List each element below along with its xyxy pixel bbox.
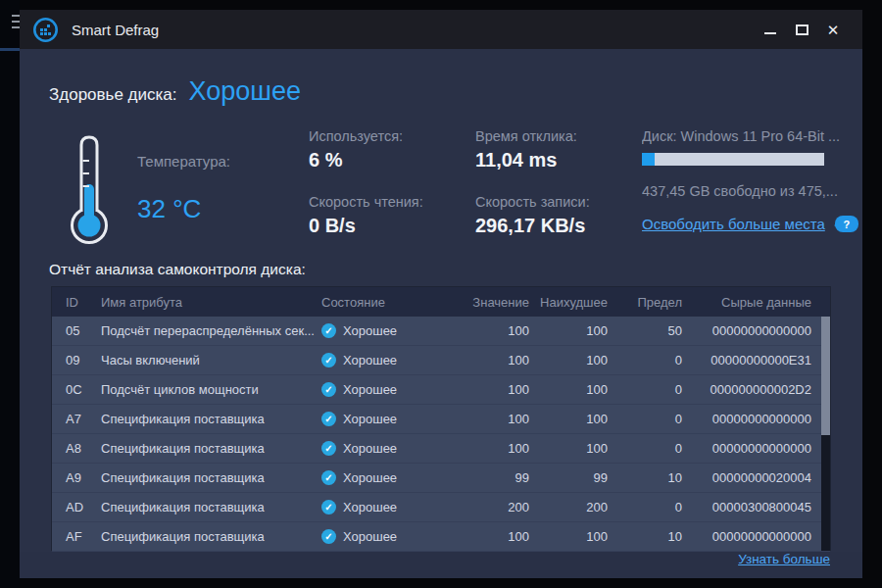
disk-health: Здоровье диска: Хорошее [49,76,301,107]
col-header-value[interactable]: Значение [461,295,529,310]
app-logo-icon [32,17,59,43]
cell-value: 99 [461,470,529,485]
status-text: Хорошее [343,412,397,426]
learn-more-link[interactable]: Узнать больше [738,552,830,566]
main-content: Здоровье диска: Хорошее Температура: 32 … [20,49,862,552]
cell-attribute: Спецификация поставщика [101,529,321,544]
cell-status: ✓ Хорошее [321,441,461,456]
used-value: 6 % [309,149,342,172]
used-label: Используется: [309,128,403,144]
cell-id: 09 [52,353,101,368]
screen: Smart Defrag ✕ Здоровье диска: Хорошее [0,0,882,588]
status-good-icon: ✓ [321,500,336,514]
cell-value: 100 [461,412,529,426]
cell-raw-data: 00000300800045 [682,500,823,514]
table-row[interactable]: A9 Спецификация поставщика ✓ Хорошее 99 … [52,464,830,493]
footer: Узнать больше [20,552,862,578]
cell-id: 05 [52,323,101,338]
cell-status: ✓ Хорошее [321,500,461,514]
disk-free-space-label: 437,45 GB свободно из 475,... [642,183,853,199]
close-icon: ✕ [827,23,840,37]
app-title: Smart Defrag [72,22,159,38]
status-text: Хорошее [343,353,397,368]
status-good-icon: ✓ [321,412,336,426]
cell-worst: 200 [529,500,608,514]
maximize-icon [796,24,808,35]
status-text: Хорошее [343,382,397,397]
table-row[interactable]: 09 Часы включений ✓ Хорошее 100 100 0 00… [52,346,830,375]
cell-status: ✓ Хорошее [321,470,461,485]
disk-usage-fill [642,153,655,166]
cell-id: A7 [52,412,101,426]
cell-raw-data: 00000000000000 [682,323,823,338]
free-space-row: Освободить больше места ? [642,216,858,232]
minimize-button[interactable] [755,15,786,44]
cell-threshold: 10 [608,529,682,544]
cell-worst: 100 [529,382,608,397]
read-speed-value: 0 B/s [309,215,356,237]
table-row[interactable]: 0C Подсчёт циклов мощности ✓ Хорошее 100… [52,375,830,405]
cell-id: A9 [52,470,101,485]
status-text: Хорошее [343,441,397,456]
cell-value: 100 [461,353,529,368]
hamburger-menu-icon[interactable] [12,15,20,30]
cell-threshold: 0 [608,441,682,456]
close-button[interactable]: ✕ [817,15,849,44]
cell-attribute: Часы включений [101,353,321,368]
disk-usage-bar [642,153,824,166]
cell-status: ✓ Хорошее [321,412,461,426]
background-accent-line [0,48,20,51]
scrollbar-thumb[interactable] [821,317,830,435]
cell-threshold: 10 [608,470,682,485]
table-header: ID Имя атрибута Состояние Значение Наиху… [52,287,830,317]
smart-report-title: Отчёт анализа самоконтроля диска: [49,261,306,278]
cell-status: ✓ Хорошее [321,323,461,338]
col-header-id[interactable]: ID [52,295,101,310]
cell-attribute: Подсчёт перераспределённых сек... [101,323,321,338]
write-speed-value: 296,17 KB/s [475,215,585,237]
table-row[interactable]: A7 Спецификация поставщика ✓ Хорошее 100… [52,405,830,434]
maximize-button[interactable] [786,15,817,44]
help-icon[interactable]: ? [835,216,858,232]
smart-report-table: ID Имя атрибута Состояние Значение Наиху… [51,286,831,551]
status-text: Хорошее [343,470,397,485]
col-header-threshold[interactable]: Предел [608,295,682,310]
cell-worst: 100 [529,441,608,456]
cell-id: AD [52,500,101,514]
table-row[interactable]: AF Спецификация поставщика ✓ Хорошее 100… [52,522,830,552]
read-speed-label: Скорость чтения: [309,194,423,210]
col-header-raw[interactable]: Сырые данные [682,295,823,310]
status-text: Хорошее [343,323,397,338]
cell-threshold: 0 [608,500,682,514]
cell-attribute: Спецификация поставщика [101,412,321,426]
col-header-status[interactable]: Состояние [321,295,461,310]
table-body: 05 Подсчёт перераспределённых сек... ✓ Х… [52,317,830,552]
col-header-worst[interactable]: Наихудшее [529,295,608,310]
disk-name-label: Диск: Windows 11 Pro 64-Bit ... [642,128,848,144]
cell-threshold: 0 [608,353,682,368]
status-good-icon: ✓ [321,470,336,485]
cell-attribute: Спецификация поставщика [101,441,321,456]
cell-threshold: 0 [608,382,682,397]
smart-defrag-window: Smart Defrag ✕ Здоровье диска: Хорошее [20,10,862,578]
free-up-space-link[interactable]: Освободить больше места [642,216,825,232]
temperature-label: Температура: [137,153,230,170]
status-good-icon: ✓ [321,323,336,338]
table-row[interactable]: 05 Подсчёт перераспределённых сек... ✓ Х… [52,317,830,346]
status-good-icon: ✓ [321,353,336,368]
table-row[interactable]: A8 Спецификация поставщика ✓ Хорошее 100… [52,434,830,464]
status-text: Хорошее [343,500,397,514]
cell-raw-data: 00000000000E31 [682,353,823,368]
cell-value: 100 [461,323,529,338]
cell-worst: 99 [529,470,608,485]
minimize-icon [764,32,776,34]
cell-threshold: 50 [608,323,682,338]
cell-status: ✓ Хорошее [321,353,461,368]
write-speed-label: Скорость записи: [475,194,590,210]
table-row[interactable]: AD Спецификация поставщика ✓ Хорошее 200… [52,493,830,522]
col-header-attribute[interactable]: Имя атрибута [101,295,321,310]
cell-status: ✓ Хорошее [321,382,461,397]
cell-raw-data: 000000000002D2 [682,382,823,397]
status-good-icon: ✓ [321,529,336,544]
cell-raw-data: 00000000000000 [682,441,823,456]
